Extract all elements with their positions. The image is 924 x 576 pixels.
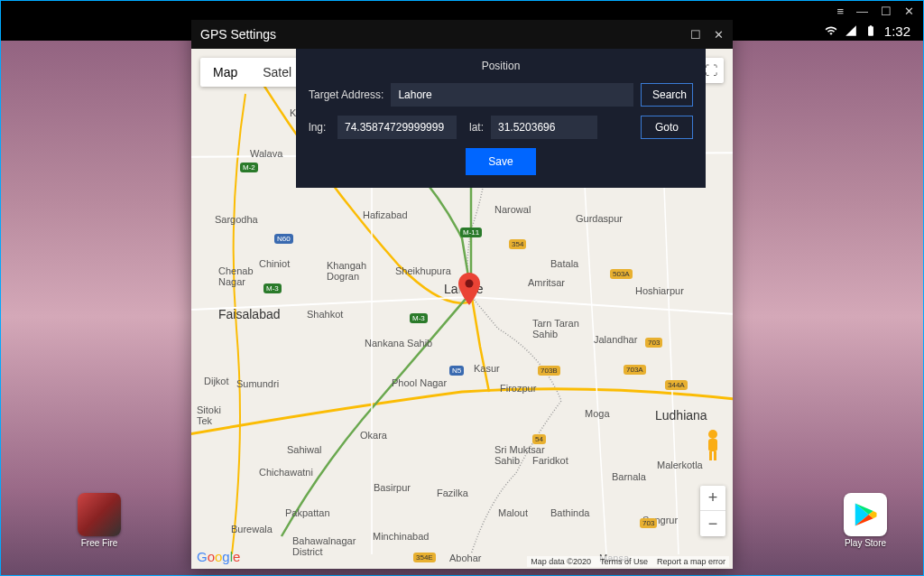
- zoom-in-button[interactable]: +: [700, 486, 725, 511]
- svg-rect-5: [714, 451, 716, 460]
- emulator-window: ≡ — ☐ ✕ 1:32 GPS Settings ☐ ✕: [0, 0, 924, 576]
- street-view-pegman[interactable]: [700, 428, 725, 464]
- map-type-tabs: Map Satel: [200, 58, 304, 87]
- gps-close-button[interactable]: ✕: [714, 28, 724, 42]
- lng-label: lng:: [309, 121, 330, 134]
- desktop-icon-playstore[interactable]: Play Store: [840, 493, 891, 548]
- battery-icon: [864, 24, 877, 37]
- playstore-label: Play Store: [840, 538, 891, 548]
- signal-icon: [845, 24, 857, 37]
- position-panel: Position Target Address: Search lng: lat…: [296, 49, 706, 188]
- search-button[interactable]: Search: [641, 83, 693, 107]
- playstore-icon: [844, 493, 887, 536]
- panel-heading: Position: [309, 60, 693, 72]
- target-address-input[interactable]: [391, 83, 633, 107]
- map-data-attribution[interactable]: Map data ©2020: [531, 557, 591, 566]
- gps-settings-window: GPS Settings ☐ ✕: [191, 20, 733, 569]
- google-logo: Google: [197, 549, 240, 564]
- map-footer: Map data ©2020 Terms of Use Report a map…: [527, 556, 729, 567]
- svg-rect-4: [709, 451, 712, 460]
- gps-titlebar[interactable]: GPS Settings ☐ ✕: [191, 20, 733, 49]
- svg-rect-3: [708, 439, 717, 451]
- minimize-button[interactable]: —: [856, 5, 868, 18]
- svg-point-2: [708, 430, 717, 439]
- gps-window-title: GPS Settings: [200, 27, 276, 42]
- desktop-icon-freefire[interactable]: Free Fire: [74, 493, 125, 548]
- clock: 1:32: [884, 23, 910, 39]
- zoom-out-button[interactable]: −: [700, 511, 725, 536]
- save-button[interactable]: Save: [466, 148, 535, 175]
- svg-point-1: [466, 280, 474, 288]
- wifi-icon: [825, 24, 837, 37]
- lng-input[interactable]: [337, 116, 457, 139]
- freefire-label: Free Fire: [74, 538, 125, 548]
- report-error-link[interactable]: Report a map error: [657, 557, 725, 566]
- target-address-label: Target Address:: [309, 88, 383, 101]
- maximize-button[interactable]: ☐: [881, 5, 892, 18]
- menu-icon[interactable]: ≡: [836, 5, 844, 18]
- map-viewport[interactable]: Lahore Faisalabad Ludhiana Amritsar Jala…: [191, 49, 733, 569]
- terms-of-use-link[interactable]: Terms of Use: [600, 557, 648, 566]
- emulator-titlebar: ≡ — ☐ ✕: [1, 1, 923, 21]
- close-button[interactable]: ✕: [904, 5, 914, 18]
- freefire-icon: [78, 493, 121, 536]
- map-marker[interactable]: [458, 273, 480, 305]
- gps-maximize-button[interactable]: ☐: [690, 28, 701, 42]
- zoom-control: + −: [700, 486, 725, 536]
- lat-input[interactable]: [491, 116, 597, 139]
- lat-label: lat:: [469, 121, 484, 134]
- goto-button[interactable]: Goto: [641, 116, 693, 139]
- tab-map[interactable]: Map: [200, 58, 250, 87]
